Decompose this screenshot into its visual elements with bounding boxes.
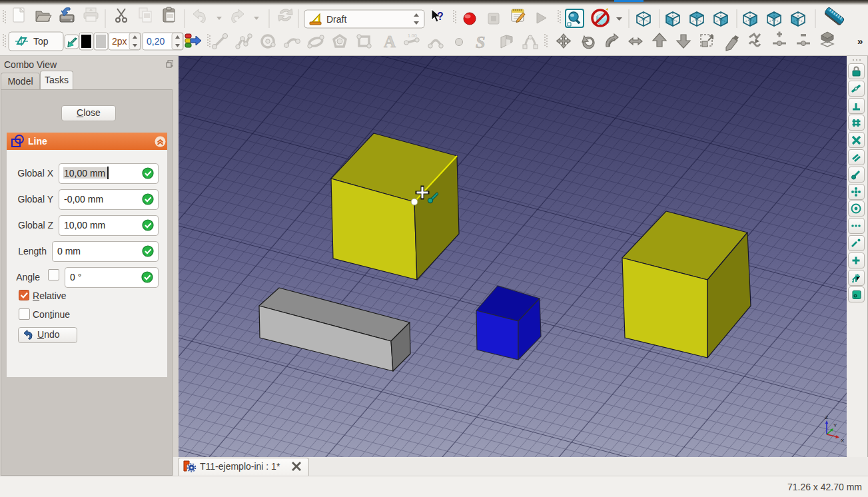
svg-text:A: A: [384, 33, 396, 51]
svg-text:1.00: 1.00: [408, 33, 417, 38]
svg-text:Top: Top: [33, 36, 49, 47]
svg-text:X: X: [841, 438, 845, 444]
svg-text:Z: Z: [825, 414, 829, 420]
svg-text:»: »: [857, 35, 863, 47]
svg-text:0,20: 0,20: [147, 36, 165, 47]
svg-text:2px: 2px: [112, 36, 127, 47]
svg-text:Y: Y: [833, 422, 837, 428]
svg-text:S: S: [476, 33, 485, 52]
